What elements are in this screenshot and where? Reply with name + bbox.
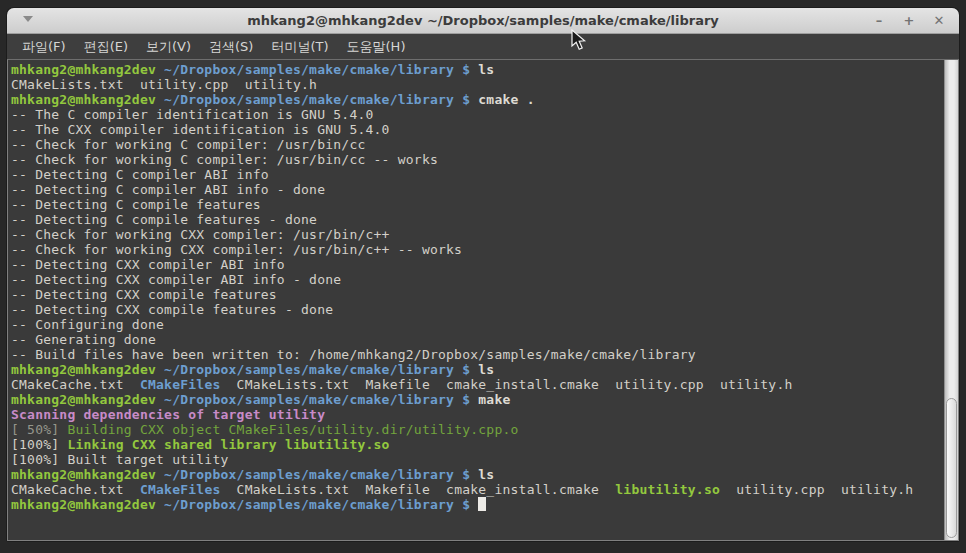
terminal-line: CMakeLists.txt utility.cpp utility.h xyxy=(11,77,942,92)
terminal-line: -- Check for working CXX compiler: /usr/… xyxy=(11,242,942,257)
scrollbar-thumb[interactable] xyxy=(946,398,957,538)
title-bar[interactable]: mhkang2@mhkang2dev ~/Dropbox/samples/mak… xyxy=(7,8,959,34)
terminal-line: -- Detecting C compile features - done xyxy=(11,212,942,227)
terminal-line: -- Check for working C compiler: /usr/bi… xyxy=(11,137,942,152)
terminal-line: -- Generating done xyxy=(11,332,942,347)
menu-item-view[interactable]: 보기(V) xyxy=(137,35,200,59)
terminal-line: mhkang2@mhkang2dev ~/Dropbox/samples/mak… xyxy=(11,497,942,512)
terminal-line: -- Detecting CXX compiler ABI info xyxy=(11,257,942,272)
terminal-line: -- The C compiler identification is GNU … xyxy=(11,107,942,122)
menu-item-edit[interactable]: 편집(E) xyxy=(75,35,137,59)
terminal-line: -- Detecting CXX compile features - done xyxy=(11,302,942,317)
terminal-line: -- The CXX compiler identification is GN… xyxy=(11,122,942,137)
desktop: { "window": { "title": "mhkang2@mhkang2d… xyxy=(0,0,966,553)
terminal-line: mhkang2@mhkang2dev ~/Dropbox/samples/mak… xyxy=(11,92,942,107)
scrollbar[interactable] xyxy=(944,60,958,540)
terminal-output: mhkang2@mhkang2dev ~/Dropbox/samples/mak… xyxy=(11,62,942,540)
terminal-line: -- Build files have been written to: /ho… xyxy=(11,347,942,362)
terminal-line: -- Detecting C compiler ABI info - done xyxy=(11,182,942,197)
maximize-button[interactable]: + xyxy=(901,8,917,34)
menu-bar: 파일(F) 편집(E) 보기(V) 검색(S) 터미널(T) 도움말(H) xyxy=(7,34,959,59)
terminal-line: -- Check for working C compiler: /usr/bi… xyxy=(11,152,942,167)
terminal-line: [100%] Linking CXX shared library libuti… xyxy=(11,437,942,452)
terminal-line: -- Detecting CXX compile features xyxy=(11,287,942,302)
terminal-line: mhkang2@mhkang2dev ~/Dropbox/samples/mak… xyxy=(11,467,942,482)
text-cursor xyxy=(478,497,486,511)
terminal-line: -- Check for working CXX compiler: /usr/… xyxy=(11,227,942,242)
terminal-line: [100%] Built target utility xyxy=(11,452,942,467)
window-controls: – + ✕ xyxy=(871,8,947,34)
menu-item-help[interactable]: 도움말(H) xyxy=(338,35,415,59)
window-menu-icon[interactable] xyxy=(23,16,33,22)
terminal-window: mhkang2@mhkang2dev ~/Dropbox/samples/mak… xyxy=(7,8,959,541)
terminal-line: -- Detecting CXX compiler ABI info - don… xyxy=(11,272,942,287)
terminal-line: -- Detecting C compiler ABI info xyxy=(11,167,942,182)
terminal-line: mhkang2@mhkang2dev ~/Dropbox/samples/mak… xyxy=(11,362,942,377)
menu-item-search[interactable]: 검색(S) xyxy=(200,35,262,59)
minimize-button[interactable]: – xyxy=(871,8,887,34)
terminal-line: CMakeCache.txt CMakeFiles CMakeLists.txt… xyxy=(11,377,942,392)
terminal-line: [ 50%] Building CXX object CMakeFiles/ut… xyxy=(11,422,942,437)
terminal-line: mhkang2@mhkang2dev ~/Dropbox/samples/mak… xyxy=(11,392,942,407)
terminal-line: -- Configuring done xyxy=(11,317,942,332)
window-title: mhkang2@mhkang2dev ~/Dropbox/samples/mak… xyxy=(7,13,959,28)
close-button[interactable]: ✕ xyxy=(931,8,947,34)
terminal-line: mhkang2@mhkang2dev ~/Dropbox/samples/mak… xyxy=(11,62,942,77)
menu-item-file[interactable]: 파일(F) xyxy=(13,35,75,59)
mouse-pointer-icon xyxy=(571,29,587,51)
terminal-line: -- Detecting C compile features xyxy=(11,197,942,212)
terminal-viewport[interactable]: mhkang2@mhkang2dev ~/Dropbox/samples/mak… xyxy=(7,59,959,541)
terminal-line: CMakeCache.txt CMakeFiles CMakeLists.txt… xyxy=(11,482,942,497)
menu-item-terminal[interactable]: 터미널(T) xyxy=(262,35,337,59)
terminal-line: Scanning dependencies of target utility xyxy=(11,407,942,422)
